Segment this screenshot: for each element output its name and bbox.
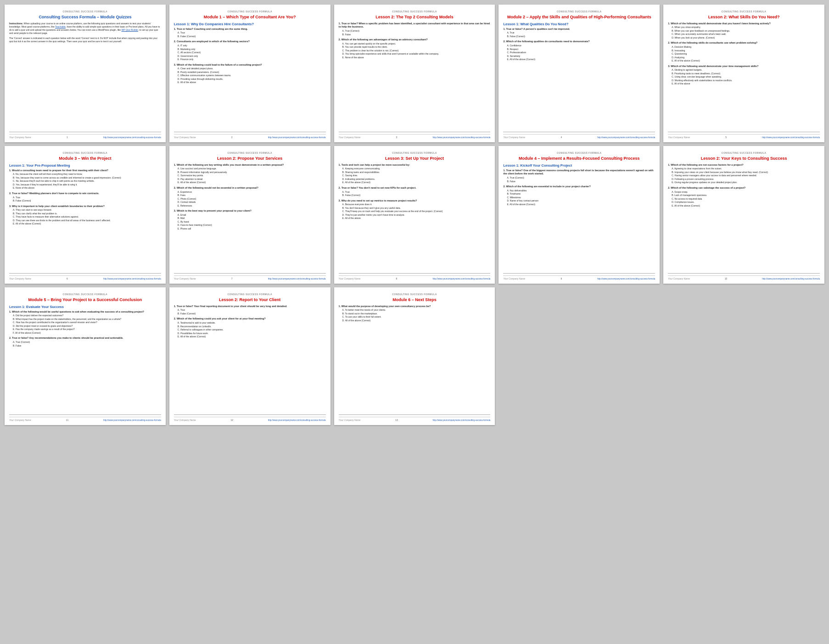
page-4-footer: Your Company Name 4 http://www.yourcompa… — [503, 134, 655, 139]
page-2-section: Lesson 1: Why Do Companies Hire Consulta… — [174, 22, 326, 26]
empty-cell-1 — [499, 287, 660, 425]
page-11-section: Lesson 1: Evaluate Your Success — [9, 305, 161, 309]
page-10-brand: CONSULTING SUCCESS FORMULA — [668, 151, 820, 154]
page-1-note: The 'Correct' answer is indicated in eac… — [9, 37, 161, 43]
page-1-instructions: Instructions: When uploading your course… — [9, 22, 161, 35]
page-6-title: Module 3 – Win the Project — [9, 156, 161, 162]
page-3-q2: 2. Which of the following are advantages… — [339, 38, 491, 59]
page-3-num: 3 — [396, 136, 398, 139]
footer-url: http://www.yourcompanyname.com/consultin… — [103, 136, 161, 139]
page-7-q2: 2. Which of the following would not be e… — [174, 186, 326, 207]
page-13: CONSULTING SUCCESS FORMULA Module 6 – Ne… — [334, 287, 495, 425]
page-8-divider — [339, 273, 491, 274]
page-9: CONSULTING SUCCESS FORMULA Module 4 – Im… — [499, 146, 660, 284]
page-7-divider — [174, 273, 326, 274]
page-6: CONSULTING SUCCESS FORMULA Module 3 – Wi… — [5, 146, 166, 284]
page-2-q1: 1. True or false? Coaching and consultin… — [174, 28, 326, 39]
page-11-q1: 1. Which of the following would be usefu… — [9, 310, 161, 335]
page-2-q3: 3. Which of the following could lead to … — [174, 63, 326, 84]
footer-url-11: http://www.yourcompanyname.com/consultin… — [103, 419, 161, 421]
page-8-brand: CONSULTING SUCCESS FORMULA — [339, 151, 491, 154]
page-6-body: 1. Would a consulting team need to prepa… — [9, 169, 161, 226]
page-3-title: Lesson 2: The Top 2 Consulting Models — [339, 15, 491, 20]
page-12-num: 12 — [230, 419, 233, 421]
footer-company-12: Your Company Name — [174, 419, 196, 421]
page-1-footer: Your Company Name 1 http://www.yourcompa… — [9, 134, 161, 139]
page-12-q2: 2. Which of the following could you ask … — [174, 317, 326, 338]
page-13-title: Module 6 – Next Steps — [339, 297, 491, 303]
footer-url-8: http://www.yourcompanyname.com/consultin… — [433, 278, 491, 280]
page-8-q2: 2. True or false? You don't need to set … — [339, 186, 491, 197]
footer-url-9: http://www.yourcompanyname.com/consultin… — [597, 278, 655, 280]
page-4-q2: 2. Which of the following qualities do c… — [503, 40, 655, 61]
page-9-footer: Your Company Name 9 http://www.yourcompa… — [503, 275, 655, 280]
page-11-footer: Your Company Name 11 http://www.yourcomp… — [9, 417, 161, 421]
page-1-divider — [9, 132, 161, 132]
page-2-q2: 2. Consultants are employed in which of … — [174, 40, 326, 61]
page-2-num: 2 — [231, 136, 233, 139]
page-4-brand: CONSULTING SUCCESS FORMULA — [503, 10, 655, 13]
page-10-q2: 2. Which of the following can sabotage t… — [668, 186, 820, 207]
page-9-q1: 1. True or false? One of the biggest rea… — [503, 169, 655, 183]
footer-url-3: http://www.yourcompanyname.com/consultin… — [433, 136, 491, 139]
page-6-q1: 1. Would a consulting team need to prepa… — [9, 169, 161, 190]
page-11-divider — [9, 414, 161, 415]
page-6-footer: Your Company Name 6 http://www.yourcompa… — [9, 275, 161, 280]
page-13-body: 1. What would the purpose of developing … — [339, 305, 491, 323]
page-6-q3: 3. Why is it important to help your clie… — [9, 205, 161, 226]
page-12-body: 1. True or false? Your final reporting d… — [174, 305, 326, 339]
page-10: CONSULTING SUCCESS FORMULA Lesson 2: You… — [663, 146, 824, 284]
page-2-divider — [174, 132, 326, 132]
footer-company-7: Your Company Name — [174, 277, 196, 280]
page-7-q1: 1. Which of the following are key writin… — [174, 163, 326, 185]
page-1-brand: CONSULTING SUCCESS FORMULA — [9, 10, 161, 13]
page-11-body: 1. Which of the following would be usefu… — [9, 310, 161, 347]
page-8: CONSULTING SUCCESS FORMULA Lesson 3: Set… — [334, 146, 495, 284]
page-7-footer: Your Company Name 7 http://www.yourcompa… — [174, 275, 326, 280]
page-9-brand: CONSULTING SUCCESS FORMULA — [503, 151, 655, 154]
page-13-divider — [339, 414, 491, 415]
footer-url-5: http://www.yourcompanyname.com/consultin… — [762, 136, 820, 139]
page-5-q3: 3. Which of the following would demonstr… — [668, 65, 820, 86]
footer-url-10: http://www.yourcompanyname.com/consultin… — [762, 278, 820, 280]
footer-company-5: Your Company Name — [668, 136, 690, 139]
page-3-brand: CONSULTING SUCCESS FORMULA — [339, 10, 491, 13]
page-7-num: 7 — [231, 277, 233, 280]
footer-company-10: Your Company Name — [668, 277, 690, 280]
page-5-brand: CONSULTING SUCCESS FORMULA — [668, 10, 820, 13]
page-4-num: 4 — [560, 136, 562, 139]
pages-grid: CONSULTING SUCCESS FORMULA Consulting Su… — [5, 5, 824, 425]
page-13-footer: Your Company Name 13 http://www.yourcomp… — [339, 417, 491, 421]
page-5-divider — [668, 132, 820, 132]
row-3: CONSULTING SUCCESS FORMULA Module 5 – Br… — [5, 287, 824, 425]
page-8-num: 8 — [396, 277, 398, 280]
footer-company-6: Your Company Name — [9, 277, 31, 280]
page-10-title: Lesson 2: Your Keys to Consulting Succes… — [668, 156, 820, 162]
footer-company: Your Company Name — [9, 136, 31, 139]
page-10-num: 10 — [725, 277, 728, 280]
footer-company-8: Your Company Name — [339, 277, 361, 280]
footer-url-13: http://www.yourcompanyname.com/consultin… — [433, 419, 491, 421]
page-5-q1: 1. Which of the following would demonstr… — [668, 22, 820, 40]
footer-url-7: http://www.yourcompanyname.com/consultin… — [268, 278, 326, 280]
page-1: CONSULTING SUCCESS FORMULA Consulting Su… — [5, 5, 166, 142]
page-6-divider — [9, 273, 161, 274]
page-10-body: 1. Which of the following are not succes… — [668, 163, 820, 207]
footer-url-12: http://www.yourcompanyname.com/consultin… — [268, 419, 326, 421]
page-8-footer: Your Company Name 8 http://www.yourcompa… — [339, 275, 491, 280]
page-4-q1: 1. True or false? A person's qualities c… — [503, 28, 655, 39]
page-4-title: Module 2 – Apply the Skills and Qualitie… — [503, 15, 655, 20]
page-11-title: Module 5 – Bring Your Project to a Succe… — [9, 297, 161, 303]
page-13-num: 13 — [395, 419, 398, 421]
page-7-q3: 3. Which is the best way to present your… — [174, 209, 326, 230]
page-2-brand: CONSULTING SUCCESS FORMULA — [174, 10, 326, 13]
page-3-footer: Your Company Name 3 http://www.yourcompa… — [339, 134, 491, 139]
page-10-divider — [668, 273, 820, 274]
page-1-title: Consulting Success Formula – Module Quiz… — [9, 15, 161, 20]
footer-company-9: Your Company Name — [503, 277, 525, 280]
page-9-section: Lesson 1: Kickoff Your Consulting Projec… — [503, 163, 655, 168]
page-6-num: 6 — [67, 277, 68, 280]
page-10-footer: Your Company Name 10 http://www.yourcomp… — [668, 275, 820, 280]
page-9-num: 9 — [560, 277, 562, 280]
page-3-body: 1. True or false? When a specific proble… — [339, 22, 491, 60]
